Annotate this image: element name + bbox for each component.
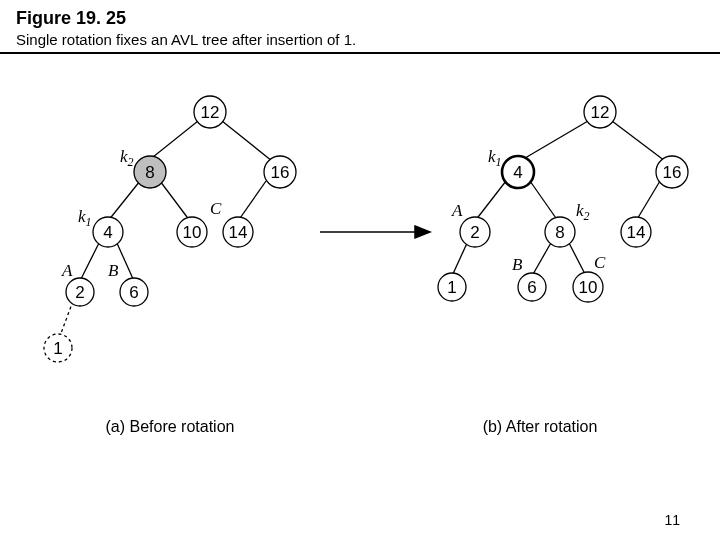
node-14-label: 14 [229,223,248,242]
figure-number: Figure 19. 25 [0,0,720,31]
nodeb-6-ann: B [512,255,523,274]
svg-line-4 [238,181,266,221]
caption-a: (a) Before rotation [106,418,235,435]
nodeb-12-label: 12 [591,103,610,122]
diagram-svg: 12 8 k2 16 4 k1 10 C 14 2 A 6 B 1 12 4 k… [0,62,720,502]
svg-line-10 [520,121,588,161]
nodeb-2-ann: A [451,201,463,220]
figure-area: 12 8 k2 16 4 k1 10 C 14 2 A 6 B 1 12 4 k… [0,62,720,502]
arrow-icon [320,226,430,238]
node-8-k: k2 [120,147,134,169]
node-12-label: 12 [201,103,220,122]
node-8-label: 8 [145,163,154,182]
nodeb-2-label: 2 [470,223,479,242]
svg-line-13 [530,181,558,221]
node-4-label: 4 [103,223,112,242]
node-1-label: 1 [53,339,62,358]
nodeb-8-label: 8 [555,223,564,242]
tree-b-edges [452,121,665,276]
page-number: 11 [664,512,680,528]
svg-line-5 [80,241,100,281]
nodeb-10-ann: C [594,253,606,272]
svg-line-1 [222,121,272,161]
svg-line-17 [568,241,586,276]
nodeb-4-label: 4 [513,163,522,182]
nodeb-6-label: 6 [527,278,536,297]
node-2-label: 2 [75,283,84,302]
svg-line-6 [116,241,134,281]
svg-line-16 [532,241,552,276]
node-16-label: 16 [271,163,290,182]
nodeb-16-label: 16 [663,163,682,182]
svg-line-3 [160,181,190,221]
node-4-k: k1 [78,207,92,229]
node-6-label: 6 [129,283,138,302]
svg-line-7 [60,301,73,336]
nodeb-14-label: 14 [627,223,646,242]
svg-marker-9 [415,226,430,238]
tree-b-nodes: 12 4 k1 16 2 A 8 k2 14 1 6 B 10 C [438,96,688,302]
svg-line-2 [108,181,140,221]
node-2-ann: A [61,261,73,280]
svg-line-15 [452,241,468,276]
svg-line-14 [636,181,660,221]
node-10-ann: C [210,199,222,218]
tree-a-nodes: 12 8 k2 16 4 k1 10 C 14 2 A 6 B 1 [44,96,296,362]
node-10-label: 10 [183,223,202,242]
svg-line-12 [475,181,506,221]
node-6-ann: B [108,261,119,280]
svg-line-0 [148,121,198,161]
nodeb-4-k: k1 [488,147,502,169]
caption-b: (b) After rotation [483,418,598,435]
svg-line-11 [612,121,665,161]
nodeb-8-k: k2 [576,201,590,223]
nodeb-10-label: 10 [579,278,598,297]
nodeb-1-label: 1 [447,278,456,297]
figure-caption: Single rotation fixes an AVL tree after … [0,31,720,54]
